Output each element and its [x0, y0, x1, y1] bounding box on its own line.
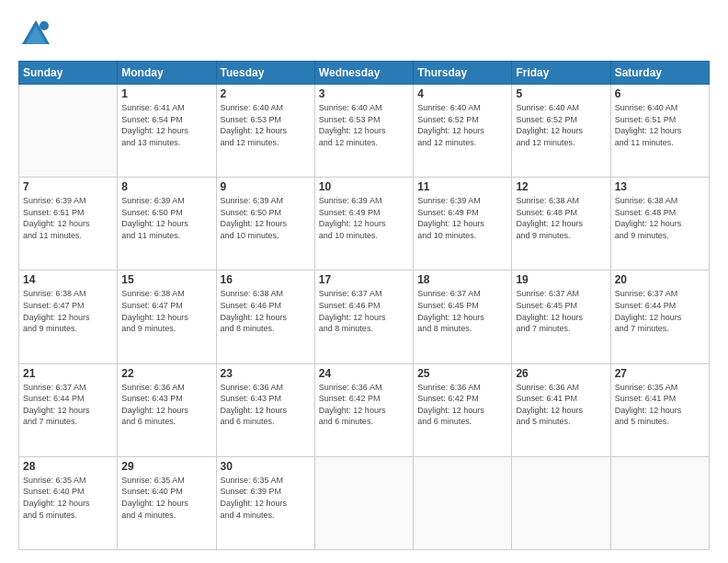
calendar-cell: 18Sunrise: 6:37 AM Sunset: 6:45 PM Dayli… [414, 270, 512, 363]
day-info: Sunrise: 6:40 AM Sunset: 6:52 PM Dayligh… [516, 102, 606, 148]
day-number: 17 [319, 273, 409, 286]
day-info: Sunrise: 6:36 AM Sunset: 6:43 PM Dayligh… [221, 382, 311, 428]
day-info: Sunrise: 6:36 AM Sunset: 6:43 PM Dayligh… [121, 382, 211, 428]
day-info: Sunrise: 6:37 AM Sunset: 6:44 PM Dayligh… [615, 288, 705, 334]
day-number: 2 [221, 87, 311, 100]
calendar-cell: 13Sunrise: 6:38 AM Sunset: 6:48 PM Dayli… [610, 178, 709, 270]
day-info: Sunrise: 6:37 AM Sunset: 6:46 PM Dayligh… [319, 288, 409, 334]
day-number: 26 [516, 367, 606, 380]
day-number: 5 [516, 87, 606, 100]
calendar-cell: 9Sunrise: 6:39 AM Sunset: 6:50 PM Daylig… [216, 178, 314, 270]
day-header-sunday: Sunday [19, 62, 118, 85]
day-number: 30 [221, 460, 311, 473]
calendar-cell: 1Sunrise: 6:41 AM Sunset: 6:54 PM Daylig… [118, 85, 216, 178]
day-number: 9 [221, 180, 311, 193]
calendar-cell: 15Sunrise: 6:38 AM Sunset: 6:47 PM Dayli… [118, 270, 216, 363]
day-number: 28 [23, 460, 113, 473]
calendar-cell: 2Sunrise: 6:40 AM Sunset: 6:53 PM Daylig… [216, 85, 314, 178]
calendar-cell: 19Sunrise: 6:37 AM Sunset: 6:45 PM Dayli… [512, 270, 610, 363]
day-info: Sunrise: 6:36 AM Sunset: 6:42 PM Dayligh… [319, 382, 409, 428]
day-number: 16 [221, 273, 311, 286]
day-number: 1 [121, 87, 211, 100]
day-number: 25 [417, 367, 507, 380]
calendar-cell [512, 456, 610, 549]
day-info: Sunrise: 6:36 AM Sunset: 6:41 PM Dayligh… [516, 382, 606, 428]
day-header-monday: Monday [118, 62, 216, 85]
day-info: Sunrise: 6:39 AM Sunset: 6:50 PM Dayligh… [121, 195, 211, 241]
day-number: 6 [615, 87, 705, 100]
header [18, 17, 710, 52]
calendar-week-row: 14Sunrise: 6:38 AM Sunset: 6:47 PM Dayli… [19, 270, 710, 363]
calendar-cell: 21Sunrise: 6:37 AM Sunset: 6:44 PM Dayli… [19, 363, 118, 456]
calendar-cell: 10Sunrise: 6:39 AM Sunset: 6:49 PM Dayli… [314, 178, 413, 270]
day-info: Sunrise: 6:35 AM Sunset: 6:40 PM Dayligh… [23, 475, 113, 521]
day-number: 29 [121, 460, 211, 473]
calendar-cell: 12Sunrise: 6:38 AM Sunset: 6:48 PM Dayli… [512, 178, 610, 270]
day-number: 19 [516, 273, 606, 286]
day-number: 13 [615, 180, 705, 193]
day-number: 4 [417, 87, 507, 100]
day-number: 23 [221, 367, 311, 380]
day-number: 3 [319, 87, 409, 100]
calendar-cell: 3Sunrise: 6:40 AM Sunset: 6:53 PM Daylig… [314, 85, 413, 178]
day-info: Sunrise: 6:38 AM Sunset: 6:47 PM Dayligh… [121, 288, 211, 334]
calendar-cell [314, 456, 413, 549]
day-number: 22 [121, 367, 211, 380]
day-info: Sunrise: 6:38 AM Sunset: 6:48 PM Dayligh… [516, 195, 606, 241]
calendar-cell: 23Sunrise: 6:36 AM Sunset: 6:43 PM Dayli… [216, 363, 314, 456]
calendar-cell: 8Sunrise: 6:39 AM Sunset: 6:50 PM Daylig… [118, 178, 216, 270]
day-info: Sunrise: 6:39 AM Sunset: 6:51 PM Dayligh… [23, 195, 113, 241]
calendar-week-row: 1Sunrise: 6:41 AM Sunset: 6:54 PM Daylig… [19, 85, 710, 178]
day-info: Sunrise: 6:40 AM Sunset: 6:53 PM Dayligh… [221, 102, 311, 148]
calendar-cell: 11Sunrise: 6:39 AM Sunset: 6:49 PM Dayli… [414, 178, 512, 270]
day-info: Sunrise: 6:37 AM Sunset: 6:44 PM Dayligh… [23, 382, 113, 428]
calendar-cell: 5Sunrise: 6:40 AM Sunset: 6:52 PM Daylig… [512, 85, 610, 178]
day-number: 8 [121, 180, 211, 193]
day-info: Sunrise: 6:39 AM Sunset: 6:49 PM Dayligh… [417, 195, 507, 241]
day-number: 18 [417, 273, 507, 286]
day-info: Sunrise: 6:39 AM Sunset: 6:50 PM Dayligh… [221, 195, 311, 241]
calendar-cell: 27Sunrise: 6:35 AM Sunset: 6:41 PM Dayli… [610, 363, 709, 456]
calendar-cell: 29Sunrise: 6:35 AM Sunset: 6:40 PM Dayli… [118, 456, 216, 549]
day-header-tuesday: Tuesday [216, 62, 314, 85]
calendar-cell: 30Sunrise: 6:35 AM Sunset: 6:39 PM Dayli… [216, 456, 314, 549]
day-info: Sunrise: 6:38 AM Sunset: 6:47 PM Dayligh… [23, 288, 113, 334]
day-number: 24 [319, 367, 409, 380]
calendar-cell [19, 85, 118, 178]
calendar-cell: 28Sunrise: 6:35 AM Sunset: 6:40 PM Dayli… [19, 456, 118, 549]
calendar-cell: 6Sunrise: 6:40 AM Sunset: 6:51 PM Daylig… [610, 85, 709, 178]
day-number: 12 [516, 180, 606, 193]
calendar-cell: 20Sunrise: 6:37 AM Sunset: 6:44 PM Dayli… [610, 270, 709, 363]
day-info: Sunrise: 6:38 AM Sunset: 6:46 PM Dayligh… [221, 288, 311, 334]
day-info: Sunrise: 6:35 AM Sunset: 6:39 PM Dayligh… [221, 475, 311, 521]
page: SundayMondayTuesdayWednesdayThursdayFrid… [0, 0, 728, 563]
calendar-table: SundayMondayTuesdayWednesdayThursdayFrid… [18, 61, 710, 550]
calendar-week-row: 7Sunrise: 6:39 AM Sunset: 6:51 PM Daylig… [19, 178, 710, 270]
day-header-wednesday: Wednesday [314, 62, 413, 85]
calendar-cell: 7Sunrise: 6:39 AM Sunset: 6:51 PM Daylig… [19, 178, 118, 270]
calendar-cell: 22Sunrise: 6:36 AM Sunset: 6:43 PM Dayli… [118, 363, 216, 456]
day-number: 7 [23, 180, 113, 193]
day-info: Sunrise: 6:40 AM Sunset: 6:53 PM Dayligh… [319, 102, 409, 148]
day-number: 20 [615, 273, 705, 286]
day-info: Sunrise: 6:39 AM Sunset: 6:49 PM Dayligh… [319, 195, 409, 241]
day-number: 21 [23, 367, 113, 380]
day-info: Sunrise: 6:35 AM Sunset: 6:40 PM Dayligh… [121, 475, 211, 521]
calendar-cell: 25Sunrise: 6:36 AM Sunset: 6:42 PM Dayli… [414, 363, 512, 456]
calendar-week-row: 28Sunrise: 6:35 AM Sunset: 6:40 PM Dayli… [19, 456, 710, 549]
day-info: Sunrise: 6:37 AM Sunset: 6:45 PM Dayligh… [417, 288, 507, 334]
day-number: 15 [121, 273, 211, 286]
day-info: Sunrise: 6:41 AM Sunset: 6:54 PM Dayligh… [121, 102, 211, 148]
day-number: 14 [23, 273, 113, 286]
calendar-header-row: SundayMondayTuesdayWednesdayThursdayFrid… [19, 62, 710, 85]
calendar-cell: 24Sunrise: 6:36 AM Sunset: 6:42 PM Dayli… [314, 363, 413, 456]
calendar-week-row: 21Sunrise: 6:37 AM Sunset: 6:44 PM Dayli… [19, 363, 710, 456]
day-info: Sunrise: 6:37 AM Sunset: 6:45 PM Dayligh… [516, 288, 606, 334]
calendar-cell: 17Sunrise: 6:37 AM Sunset: 6:46 PM Dayli… [314, 270, 413, 363]
calendar-cell [610, 456, 709, 549]
logo-icon [18, 17, 53, 52]
day-info: Sunrise: 6:38 AM Sunset: 6:48 PM Dayligh… [615, 195, 705, 241]
day-header-friday: Friday [512, 62, 610, 85]
day-number: 27 [615, 367, 705, 380]
calendar-cell: 14Sunrise: 6:38 AM Sunset: 6:47 PM Dayli… [19, 270, 118, 363]
